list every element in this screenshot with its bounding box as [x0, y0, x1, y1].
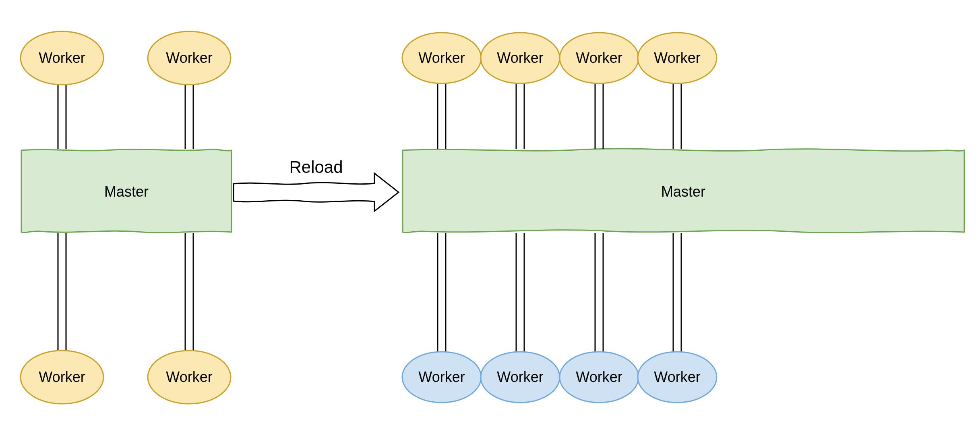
- right-top-worker-1-label: Worker: [497, 50, 543, 66]
- right-master-label: Master: [661, 183, 705, 200]
- left-top-worker-1: Worker: [148, 31, 231, 85]
- right-bottom-worker-3: Worker: [638, 352, 717, 403]
- left-master-node: Master: [21, 149, 232, 233]
- left-bottom-worker-1: Worker: [148, 351, 231, 404]
- right-bottom-worker-0-label: Worker: [418, 369, 465, 385]
- left-bottom-worker-0-label: Worker: [39, 369, 85, 385]
- right-top-worker-1: Worker: [481, 33, 560, 83]
- left-master-label: Master: [104, 183, 149, 200]
- right-top-worker-0-label: Worker: [418, 50, 465, 66]
- left-top-worker-0-label: Worker: [39, 50, 85, 66]
- right-top-worker-3-label: Worker: [654, 50, 700, 66]
- reload-arrow: Reload: [234, 158, 399, 211]
- right-top-worker-0: Worker: [402, 33, 481, 83]
- right-bottom-worker-2-label: Worker: [576, 369, 622, 385]
- left-bottom-worker-1-label: Worker: [166, 369, 212, 385]
- left-top-worker-0: Worker: [21, 31, 103, 85]
- left-bottom-worker-0: Worker: [21, 351, 103, 404]
- right-top-worker-3: Worker: [638, 33, 717, 83]
- diagram-canvas: Master Worker Worker Worker Worker Reloa…: [0, 0, 980, 436]
- reload-arrow-label: Reload: [289, 158, 343, 176]
- right-top-connectors: [438, 83, 681, 149]
- right-master-node: Master: [403, 149, 964, 233]
- right-top-worker-2-label: Worker: [576, 50, 622, 66]
- left-bottom-connectors: [58, 233, 193, 351]
- right-bottom-worker-0: Worker: [402, 352, 481, 403]
- left-top-worker-1-label: Worker: [166, 50, 212, 66]
- right-top-worker-2: Worker: [560, 33, 639, 83]
- left-top-connectors: [58, 83, 193, 149]
- right-bottom-worker-1: Worker: [481, 352, 560, 403]
- right-bottom-worker-3-label: Worker: [654, 369, 700, 385]
- right-bottom-worker-2: Worker: [560, 352, 639, 403]
- right-bottom-connectors: [438, 233, 681, 351]
- right-bottom-worker-1-label: Worker: [497, 369, 543, 385]
